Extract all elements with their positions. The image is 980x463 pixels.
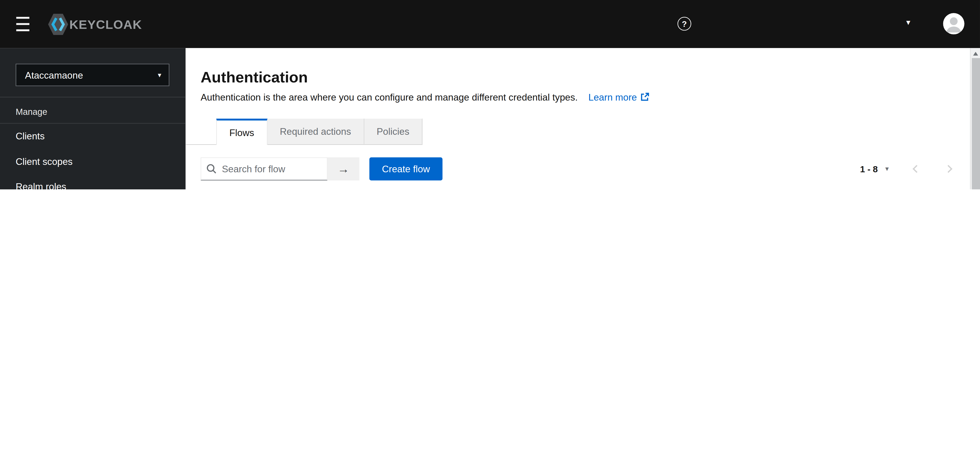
nav-section-title-manage: Manage	[0, 97, 186, 124]
chevron-down-icon: ▾	[906, 17, 910, 27]
realm-selector-area: Ataccamaone ▾	[0, 48, 186, 97]
brand-wordmark: KEYCLOAK	[70, 17, 142, 32]
external-link-icon	[640, 92, 649, 102]
tab-required-actions[interactable]: Required actions	[267, 119, 364, 145]
arrow-right-icon: →	[337, 162, 349, 176]
realm-name: Ataccamaone	[25, 70, 83, 81]
nav-sections: ManageClientsClient scopesRealm rolesUse…	[0, 97, 186, 189]
sidebar-item-client-scopes[interactable]: Client scopes	[0, 149, 186, 174]
masthead: KEYCLOAK ? ▾	[0, 0, 980, 48]
tabs-list: FlowsRequired actionsPolicies	[216, 119, 422, 145]
search-group: →	[200, 157, 359, 181]
pagination-next-button[interactable]	[943, 163, 954, 174]
keycloak-logo-icon	[48, 14, 68, 35]
question-circle-icon: ?	[682, 20, 687, 28]
hamburger-icon	[16, 17, 29, 19]
help-button[interactable]: ?	[678, 17, 691, 31]
chevron-right-icon	[945, 165, 952, 173]
chevron-down-icon: ▾	[885, 165, 889, 172]
learn-more-link[interactable]: Learn more	[589, 92, 649, 103]
vertical-scrollbar	[970, 48, 980, 189]
tab-policies[interactable]: Policies	[364, 119, 422, 145]
scrollbar-thumb[interactable]	[972, 58, 980, 189]
nav-toggle-button[interactable]	[16, 17, 30, 31]
keycloak-admin-console: KEYCLOAK ? ▾ Ataccamaone ▾ ManageClients…	[0, 0, 980, 189]
tabs-spacer	[186, 119, 216, 145]
tabs: FlowsRequired actionsPolicies	[186, 119, 970, 145]
realm-selector[interactable]: Ataccamaone ▾	[16, 64, 169, 86]
tab-flows[interactable]: Flows	[216, 119, 267, 145]
page-title: Authentication	[200, 69, 308, 86]
toolbar: → Create flow 1 - 8 ▾	[186, 157, 970, 181]
chevron-left-icon	[913, 165, 921, 173]
pagination-prev-button[interactable]	[911, 163, 922, 174]
search-submit-button[interactable]: →	[328, 157, 360, 181]
pagination-options-button[interactable]: ▾	[884, 163, 890, 174]
main-content: Authentication Authentication is the are…	[186, 48, 970, 189]
avatar[interactable]	[943, 13, 964, 34]
chevron-down-icon: ▾	[158, 71, 161, 79]
pagination: 1 - 8 ▾	[860, 157, 954, 181]
sidebar-item-realm-roles[interactable]: Realm roles	[0, 174, 186, 189]
user-menu-caret-button[interactable]: ▾	[905, 16, 912, 28]
scrollbar-up-arrow[interactable]	[973, 52, 978, 55]
sidebar: Ataccamaone ▾ ManageClientsClient scopes…	[0, 48, 186, 189]
page-subtitle: Authentication is the area where you can…	[200, 92, 649, 103]
pagination-range: 1 - 8	[860, 164, 878, 174]
user-avatar-icon	[943, 13, 964, 34]
sidebar-item-clients[interactable]: Clients	[0, 124, 186, 149]
keycloak-logo: KEYCLOAK	[48, 14, 142, 35]
subtitle-text: Authentication is the area where you can…	[200, 92, 578, 103]
search-input[interactable]	[200, 157, 328, 181]
create-flow-button[interactable]: Create flow	[369, 157, 442, 181]
